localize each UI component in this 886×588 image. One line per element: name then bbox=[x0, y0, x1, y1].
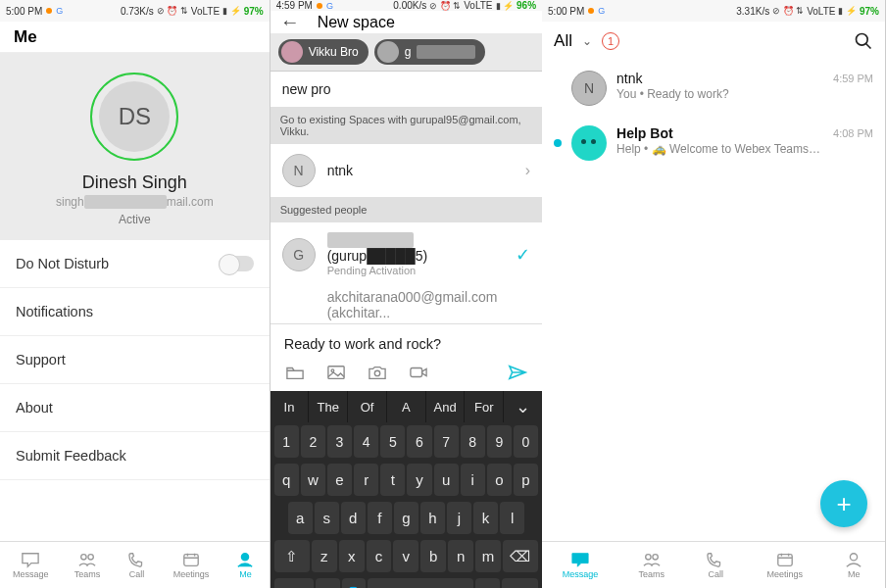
notification-dot-icon bbox=[46, 8, 52, 14]
key[interactable]: o bbox=[487, 464, 512, 496]
redacted-text: xxxxxxxx xxxx bbox=[327, 232, 414, 248]
key[interactable]: u bbox=[434, 464, 459, 496]
globe-key[interactable]: 🌐 bbox=[342, 578, 367, 588]
space-name-input[interactable]: new pro bbox=[271, 72, 542, 107]
nav-call[interactable]: Call bbox=[705, 551, 726, 579]
recipient-chips: Vikku Bro gxxxxxxxxxx bbox=[271, 33, 542, 72]
folder-icon[interactable] bbox=[284, 364, 306, 381]
key[interactable]: c bbox=[367, 540, 392, 572]
svg-point-8 bbox=[857, 34, 868, 46]
backspace-key[interactable]: ⌫ bbox=[503, 540, 538, 572]
nav-message[interactable]: Message bbox=[13, 551, 49, 579]
key[interactable]: 1 bbox=[274, 425, 299, 458]
key[interactable]: m bbox=[475, 540, 501, 572]
key[interactable]: w bbox=[301, 464, 325, 496]
suggestion[interactable]: The bbox=[309, 391, 348, 422]
key[interactable]: 7 bbox=[434, 425, 459, 458]
space-key[interactable] bbox=[368, 578, 473, 588]
chevron-down-icon[interactable]: ⌄ bbox=[504, 391, 542, 422]
key[interactable]: g bbox=[394, 502, 418, 534]
suggested-person-partial[interactable]: akchitarana000@gmail.com (akchitar... bbox=[271, 286, 542, 323]
conversation-time: 4:08 PM bbox=[833, 127, 873, 139]
chevron-down-icon[interactable]: ⌄ bbox=[582, 34, 592, 48]
image-icon[interactable] bbox=[325, 364, 347, 381]
key[interactable]: t bbox=[380, 464, 405, 496]
conversation-item[interactable]: Help Bot Help • 🚕 Welcome to Webex Teams… bbox=[542, 116, 885, 171]
key[interactable]: 8 bbox=[461, 425, 485, 458]
menu-about[interactable]: About bbox=[0, 384, 270, 432]
key[interactable]: z bbox=[312, 540, 337, 572]
conversation-item[interactable]: N ntnk You • Ready to work? 4:59 PM bbox=[542, 61, 885, 116]
nav-call[interactable]: Call bbox=[126, 551, 148, 579]
camera-icon[interactable] bbox=[367, 364, 388, 381]
key[interactable]: b bbox=[420, 540, 446, 572]
signal-icon: ▮ ⚡ bbox=[838, 6, 857, 16]
key[interactable]: 5 bbox=[380, 425, 405, 458]
suggestion[interactable]: A bbox=[387, 391, 426, 422]
key[interactable]: 0 bbox=[514, 425, 538, 458]
send-button[interactable] bbox=[507, 364, 528, 381]
suggested-person[interactable]: G xxxxxxxx xxxx (gurup█████5) Pending Ac… bbox=[271, 222, 542, 286]
key[interactable]: x bbox=[339, 540, 365, 572]
net-speed: 0.73K/s bbox=[121, 6, 154, 17]
key[interactable]: l bbox=[500, 502, 524, 534]
existing-space-ntnk[interactable]: N ntnk › bbox=[271, 144, 542, 197]
search-icon[interactable] bbox=[854, 31, 873, 51]
key[interactable]: i bbox=[461, 464, 485, 496]
key[interactable]: r bbox=[354, 464, 378, 496]
key[interactable]: 2 bbox=[301, 425, 325, 458]
menu-support[interactable]: Support bbox=[0, 336, 270, 384]
key[interactable]: a bbox=[288, 502, 313, 534]
menu-feedback[interactable]: Submit Feedback bbox=[0, 432, 270, 480]
video-icon[interactable] bbox=[408, 364, 429, 381]
nav-message[interactable]: Message bbox=[563, 551, 599, 579]
conversation-title: ntnk bbox=[616, 71, 823, 86]
dnd-toggle[interactable] bbox=[219, 256, 254, 271]
key[interactable]: f bbox=[368, 502, 392, 534]
google-icon: G bbox=[598, 6, 605, 16]
key[interactable]: n bbox=[448, 540, 473, 572]
key[interactable]: d bbox=[341, 502, 366, 534]
key[interactable]: p bbox=[514, 464, 538, 496]
presence-status: Active bbox=[10, 213, 260, 226]
compose-input[interactable]: Ready to work and rock? bbox=[271, 323, 542, 360]
suggestion[interactable]: And bbox=[426, 391, 466, 422]
menu-notifications[interactable]: Notifications bbox=[0, 288, 270, 336]
chip-g[interactable]: gxxxxxxxxxx bbox=[374, 39, 486, 65]
key[interactable]: s bbox=[315, 502, 339, 534]
nav-meetings[interactable]: Meetings bbox=[173, 551, 210, 579]
svg-point-6 bbox=[374, 370, 379, 375]
suggestion[interactable]: For bbox=[465, 391, 504, 422]
key[interactable]: 3 bbox=[327, 425, 352, 458]
shift-key[interactable]: ⇧ bbox=[274, 540, 310, 572]
nav-me[interactable]: Me bbox=[843, 551, 864, 579]
new-message-fab[interactable]: + bbox=[820, 480, 867, 527]
key[interactable]: e bbox=[327, 464, 352, 496]
key[interactable]: q bbox=[274, 464, 299, 496]
key[interactable]: 6 bbox=[407, 425, 431, 458]
key[interactable]: v bbox=[393, 540, 418, 572]
suggestion[interactable]: Of bbox=[348, 391, 387, 422]
filter-label[interactable]: All bbox=[554, 31, 572, 51]
key[interactable]: 4 bbox=[354, 425, 378, 458]
menu-dnd[interactable]: Do Not Disturb bbox=[0, 240, 270, 288]
nav-teams[interactable]: Teams bbox=[74, 551, 101, 579]
nav-meetings[interactable]: Meetings bbox=[767, 551, 804, 579]
chip-vikku[interactable]: Vikku Bro bbox=[278, 39, 369, 65]
symbols-key[interactable]: ?123 bbox=[274, 578, 314, 588]
volte-label: VoLTE bbox=[807, 6, 835, 17]
profile-name: Dinesh Singh bbox=[10, 172, 260, 193]
enter-key[interactable]: ☺ bbox=[502, 578, 538, 588]
back-button[interactable]: ← bbox=[280, 11, 300, 33]
key[interactable]: y bbox=[407, 464, 431, 496]
suggestion[interactable]: In bbox=[271, 391, 310, 422]
key[interactable]: 9 bbox=[487, 425, 512, 458]
period-key[interactable]: . bbox=[475, 578, 500, 588]
key[interactable]: h bbox=[420, 502, 445, 534]
key[interactable]: k bbox=[473, 502, 498, 534]
avatar[interactable]: DS bbox=[90, 73, 178, 161]
nav-teams[interactable]: Teams bbox=[638, 551, 664, 579]
key[interactable]: j bbox=[447, 502, 471, 534]
nav-me[interactable]: Me bbox=[234, 551, 256, 579]
emoji-key[interactable]: ☺ bbox=[316, 578, 340, 588]
